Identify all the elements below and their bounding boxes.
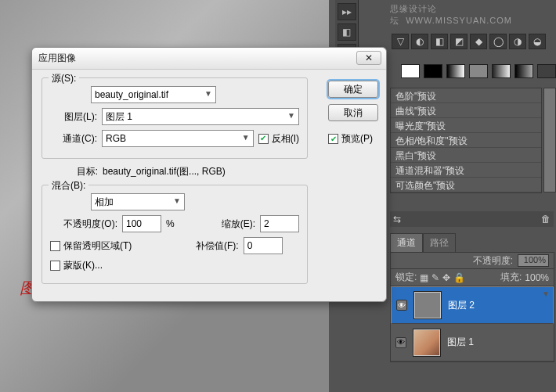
lock-transparency-icon[interactable]: ▦ bbox=[420, 272, 428, 283]
adj-icon[interactable]: ▽ bbox=[392, 34, 409, 49]
dialog-titlebar[interactable]: 应用图像 ✕ bbox=[32, 48, 386, 70]
source-group: 源(S): beauty_original.tif 图层(L): 图层 1 通道… bbox=[42, 77, 308, 159]
adjustments-toolbar: ▽ ◐ ◧ ◩ ◆ ◯ ◑ ◒ bbox=[390, 31, 547, 52]
preset-item[interactable]: 曲线"预设 bbox=[391, 103, 541, 118]
close-button[interactable]: ✕ bbox=[356, 51, 381, 65]
preset-item[interactable]: 通道混和器"预设 bbox=[391, 163, 541, 178]
blend-value: 相加 bbox=[95, 196, 114, 209]
channel-select[interactable]: RGB bbox=[102, 130, 254, 147]
layers-panel: 通道 路径 不透明度: 100% 锁定: ▦ ✎ ✥ 🔒 填充: 100% 👁 … bbox=[390, 233, 554, 362]
layer-list: 👁 图层 2 👁 图层 1 bbox=[390, 286, 554, 362]
preserve-transparency-checkbox[interactable]: 保留透明区域(T) bbox=[50, 239, 191, 253]
offset-input[interactable] bbox=[244, 237, 283, 254]
swatch[interactable] bbox=[514, 64, 533, 78]
tab-channels[interactable]: 通道 bbox=[390, 233, 423, 252]
checkbox-icon: ✔ bbox=[328, 134, 338, 144]
preset-list: 色阶"预设 曲线"预设 曝光度"预设 色相/饱和度"预设 黑白"预设 通道混和器… bbox=[390, 88, 542, 193]
channel-value: RGB bbox=[106, 133, 126, 144]
swatch[interactable] bbox=[401, 64, 420, 78]
panels-area: 思缘设计论坛 WWW.MISSYUAN.COM ▽ ◐ ◧ ◩ ◆ ◯ ◑ ◒ … bbox=[390, 0, 556, 392]
swatch[interactable] bbox=[492, 64, 511, 78]
swatch[interactable] bbox=[446, 64, 465, 78]
trash-icon[interactable]: 🗑 bbox=[541, 214, 551, 225]
preset-item[interactable]: 黑白"预设 bbox=[391, 148, 541, 163]
toggle-icon[interactable]: ⇆ bbox=[393, 214, 401, 225]
mask-label: 蒙版(K)... bbox=[63, 259, 103, 272]
checkbox-icon bbox=[50, 261, 60, 271]
fill-label: 填充: bbox=[500, 271, 522, 284]
swatch-row bbox=[401, 64, 556, 78]
scale-input[interactable] bbox=[260, 215, 299, 232]
lock-paint-icon[interactable]: ✎ bbox=[431, 272, 439, 283]
watermark-text: 思缘设计论坛 WWW.MISSYUAN.COM bbox=[390, 3, 556, 27]
preview-checkbox[interactable]: ✔ 预览(P) bbox=[328, 132, 373, 146]
fill-value[interactable]: 100% bbox=[525, 272, 549, 283]
source-value: beauty_original.tif bbox=[95, 89, 168, 100]
invert-label: 反相(I) bbox=[272, 132, 299, 146]
lock-move-icon[interactable]: ✥ bbox=[442, 272, 450, 283]
preset-item[interactable]: 可选颜色"预设 bbox=[391, 178, 541, 192]
apply-image-dialog: 应用图像 ✕ 确定 取消 ✔ 预览(P) 源(S): beauty_origin… bbox=[31, 47, 387, 302]
blend-legend: 混合(B): bbox=[52, 180, 85, 191]
swatch[interactable] bbox=[424, 64, 442, 78]
tab-paths[interactable]: 路径 bbox=[423, 233, 456, 252]
layer-select[interactable]: 图层 1 bbox=[102, 108, 299, 125]
swatch[interactable] bbox=[537, 64, 556, 78]
opacity-label: 不透明度: bbox=[473, 254, 513, 268]
adj-icon[interactable]: ◧ bbox=[431, 34, 448, 49]
adj-icon[interactable]: ◒ bbox=[529, 34, 546, 49]
checkbox-icon bbox=[50, 241, 60, 251]
dialog-button-column: 确定 取消 ✔ 预览(P) bbox=[328, 81, 378, 146]
scale-label: 缩放(E): bbox=[222, 218, 255, 231]
checkbox-icon: ✔ bbox=[258, 134, 269, 144]
dock-icon[interactable]: ▸▸ bbox=[338, 3, 356, 20]
source-select[interactable]: beauty_original.tif bbox=[91, 86, 216, 103]
cancel-label: 取消 bbox=[344, 106, 363, 120]
adj-icon[interactable]: ◩ bbox=[450, 34, 468, 49]
lock-all-icon[interactable]: 🔒 bbox=[453, 272, 465, 283]
adj-icon[interactable]: ◆ bbox=[470, 34, 487, 49]
preset-item[interactable]: 色阶"预设 bbox=[391, 88, 541, 103]
layers-tabbar: 通道 路径 bbox=[390, 233, 554, 252]
layer-thumbnail[interactable] bbox=[413, 329, 441, 357]
blend-group: 混合(B): 相加 不透明度(O): % 缩放(E): 保留透明区域(T) 补偿… bbox=[42, 185, 308, 284]
ok-label: 确定 bbox=[344, 83, 363, 96]
opacity-value[interactable]: 100% bbox=[518, 254, 549, 267]
layer-row[interactable]: 👁 图层 2 bbox=[391, 286, 554, 324]
lock-label: 锁定: bbox=[395, 271, 417, 284]
watermark-url: WWW.MISSYUAN.COM bbox=[406, 16, 512, 25]
blend-select[interactable]: 相加 bbox=[91, 193, 185, 210]
adj-icon[interactable]: ◑ bbox=[509, 34, 526, 49]
dock-icon[interactable]: ◧ bbox=[338, 23, 356, 41]
adj-icon[interactable]: ◐ bbox=[411, 34, 428, 49]
opacity-row: 不透明度: 100% bbox=[390, 252, 554, 269]
visibility-icon[interactable]: 👁 bbox=[395, 337, 406, 348]
preset-item[interactable]: 色相/饱和度"预设 bbox=[391, 133, 541, 148]
cancel-button[interactable]: 取消 bbox=[328, 104, 378, 121]
preset-scrollbar[interactable] bbox=[543, 88, 556, 192]
close-icon: ✕ bbox=[365, 52, 373, 63]
invert-checkbox[interactable]: ✔ 反相(I) bbox=[258, 132, 299, 146]
target-value: beauty_original.tif(图..., RGB) bbox=[103, 165, 226, 178]
opacity-input[interactable] bbox=[122, 215, 161, 232]
ok-button[interactable]: 确定 bbox=[328, 81, 378, 98]
layer-row[interactable]: 👁 图层 1 bbox=[391, 324, 554, 361]
preserve-label: 保留透明区域(T) bbox=[63, 239, 132, 253]
layer-label: 图层(L): bbox=[50, 110, 97, 124]
preview-label: 预览(P) bbox=[341, 132, 373, 146]
opacity-unit: % bbox=[166, 218, 175, 229]
offset-label: 补偿值(F): bbox=[196, 239, 239, 253]
target-label: 目标: bbox=[42, 165, 98, 178]
dialog-title: 应用图像 bbox=[38, 52, 76, 65]
dialog-body: 确定 取消 ✔ 预览(P) 源(S): beauty_original.tif … bbox=[32, 70, 386, 301]
lock-row: 锁定: ▦ ✎ ✥ 🔒 填充: 100% bbox=[390, 269, 554, 286]
visibility-icon[interactable]: 👁 bbox=[396, 300, 407, 311]
mask-checkbox[interactable]: 蒙版(K)... bbox=[50, 259, 103, 272]
opacity-label: 不透明度(O): bbox=[50, 218, 117, 231]
preset-footer: ⇆ 🗑 bbox=[390, 211, 554, 227]
preset-item[interactable]: 曝光度"预设 bbox=[391, 118, 541, 133]
adj-icon[interactable]: ◯ bbox=[489, 34, 507, 49]
source-legend: 源(S): bbox=[52, 73, 76, 84]
layer-thumbnail[interactable] bbox=[413, 291, 442, 319]
swatch[interactable] bbox=[469, 64, 488, 78]
